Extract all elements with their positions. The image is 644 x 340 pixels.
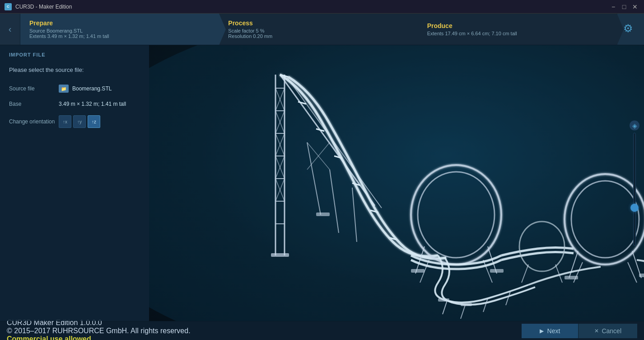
nav-back-arrow[interactable]: ‹	[0, 14, 20, 45]
minimize-button[interactable]: −	[609, 2, 618, 11]
next-icon: ▶	[540, 328, 544, 334]
file-folder-icon[interactable]: 📁	[59, 85, 69, 93]
close-button[interactable]: ✕	[630, 2, 639, 11]
svg-rect-58	[461, 303, 472, 306]
app-title: CUR3D - Maker Edition	[15, 4, 72, 10]
step-process-sub1: Scale factor 5 %	[228, 28, 409, 33]
svg-rect-59	[565, 276, 578, 279]
bottom-info: CUR3D Maker Edition 1.0.0.0 © 2015–2017 …	[7, 319, 191, 340]
top-nav: ‹ Prepare Source Boomerang.STL Extents 3…	[0, 14, 644, 45]
nav-step-produce[interactable]: Produce Extents 17.49 cm × 6.64 cm; 7.10…	[418, 14, 617, 45]
commercial-text: Commercial use allowed	[7, 335, 191, 340]
cancel-icon: ✕	[594, 328, 599, 334]
nav-step-process[interactable]: Process Scale factor 5 % Resolution 0.20…	[219, 14, 418, 45]
base-value: 3.49 m × 1.32 m; 1.41 m tall	[59, 101, 126, 107]
gear-icon[interactable]: ⚙	[623, 22, 638, 37]
panel-title: IMPORT FILE	[9, 52, 140, 57]
bottom-bar: CUR3D Maker Edition 1.0.0.0 © 2015–2017 …	[0, 321, 644, 340]
step-produce-title: Produce	[427, 22, 608, 29]
orientation-buttons: ↑x ↑y ↑z	[59, 115, 100, 128]
svg-rect-57	[438, 298, 449, 302]
nav-step-prepare[interactable]: Prepare Source Boomerang.STL Extents 3.4…	[20, 14, 219, 45]
viewport[interactable]: ◈	[149, 45, 644, 321]
orient-x-button[interactable]: ↑x	[59, 115, 71, 128]
step-process-title: Process	[228, 19, 409, 27]
next-button[interactable]: ▶ Next	[522, 324, 579, 338]
step-process-sub2: Resolution 0.20 mm	[228, 33, 409, 39]
source-file-value: Boomerang.STL	[72, 85, 112, 92]
base-row: Base 3.49 m × 1.32 m; 1.41 m tall	[9, 101, 140, 107]
svg-rect-60	[639, 274, 644, 277]
svg-rect-56	[490, 269, 504, 273]
zoom-track[interactable]	[633, 133, 636, 246]
step-prepare-sub1: Source Boomerang.STL	[29, 28, 210, 33]
panel-description: Please select the source file:	[9, 66, 140, 73]
cancel-label: Cancel	[602, 327, 621, 335]
step-prepare-title: Prepare	[29, 19, 210, 27]
orient-y-button[interactable]: ↑y	[73, 115, 86, 128]
zoom-icon: ◈	[630, 121, 639, 131]
svg-rect-54	[316, 212, 330, 216]
orientation-label: Change orientation	[9, 118, 59, 125]
step-produce-sub1: Extents 17.49 cm × 6.64 cm; 7.10 cm tall	[427, 31, 608, 36]
app-logo: C	[5, 3, 12, 10]
orient-z-button[interactable]: ↑z	[88, 115, 100, 128]
base-label: Base	[9, 101, 59, 107]
svg-rect-53	[271, 253, 289, 257]
title-bar-left: C CUR3D - Maker Edition	[5, 3, 72, 10]
maximize-button[interactable]: □	[620, 2, 629, 11]
cancel-button[interactable]: ✕ Cancel	[579, 324, 637, 338]
svg-point-0	[149, 45, 644, 321]
source-file-row: Source file 📁 Boomerang.STL	[9, 85, 140, 93]
next-label: Next	[547, 327, 560, 335]
zoom-thumb[interactable]	[630, 203, 639, 212]
orientation-row: Change orientation ↑x ↑y ↑z	[9, 115, 140, 128]
window-controls: − □ ✕	[609, 2, 639, 11]
title-bar: C CUR3D - Maker Edition − □ ✕	[0, 0, 644, 14]
copyright-text: © 2015–2017 RUHRSOURCE GmbH. All rights …	[7, 327, 191, 335]
left-panel: IMPORT FILE Please select the source fil…	[0, 45, 149, 321]
bottom-buttons: ▶ Next ✕ Cancel	[522, 324, 637, 338]
source-file-label: Source file	[9, 85, 59, 92]
step-prepare-sub2: Extents 3.49 m × 1.32 m; 1.41 m tall	[29, 33, 210, 39]
zoom-slider: ◈	[630, 121, 639, 246]
svg-rect-55	[411, 269, 425, 273]
coaster-scene	[149, 45, 644, 321]
main-area: IMPORT FILE Please select the source fil…	[0, 45, 644, 321]
